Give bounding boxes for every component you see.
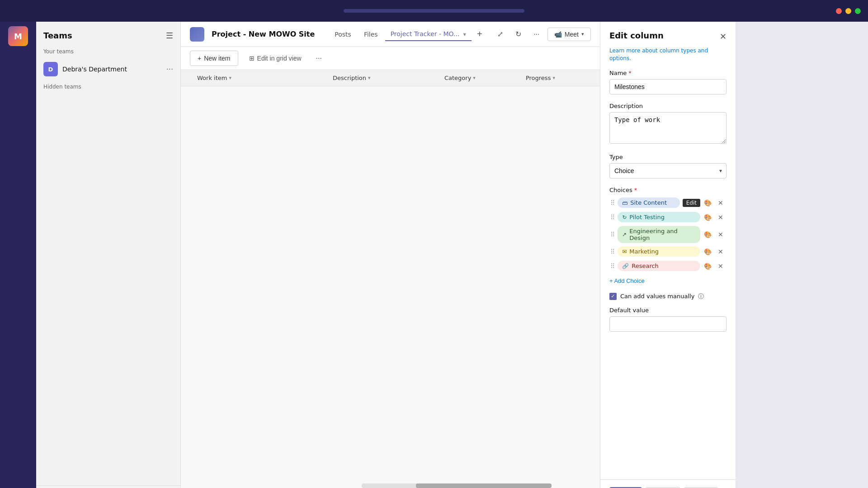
drag-handle-2[interactable]: ⠿ — [609, 229, 616, 240]
horizontal-scrollbar[interactable] — [362, 483, 464, 488]
choice-item-2: ⠿ ↗ Engineering and Design 🎨 ✕ — [609, 226, 726, 243]
table-body — [181, 86, 600, 488]
teams-title: Teams — [43, 31, 72, 40]
choice-delete-btn-4[interactable]: ✕ — [715, 260, 726, 272]
meet-label: Meet — [565, 31, 579, 38]
refresh-icon[interactable]: ↻ — [511, 27, 526, 42]
tab-files[interactable]: Files — [359, 28, 383, 41]
expand-icon[interactable]: ⤢ — [493, 27, 508, 42]
app-sidebar: M — [0, 22, 36, 488]
col-header-progress[interactable]: Progress ▾ — [519, 70, 591, 86]
choices-label-text: Choices — [609, 187, 632, 193]
default-value-input[interactable] — [609, 316, 726, 332]
more-options-icon[interactable]: ··· — [529, 27, 544, 42]
tab-project-tracker-label: Project Tracker - MO... — [391, 30, 460, 38]
drag-handle-3[interactable]: ⠿ — [609, 246, 616, 257]
choice-tag-4[interactable]: 🔗 Research — [618, 261, 700, 271]
drag-handle-0[interactable]: ⠿ — [609, 197, 616, 208]
drag-handle-4[interactable]: ⠿ — [609, 261, 616, 272]
team-more-icon[interactable]: ··· — [166, 65, 173, 74]
table-header: Work item ▾ Description ▾ Category ▾ Pro… — [181, 70, 600, 86]
hamburger-icon[interactable]: ☰ — [166, 31, 173, 40]
minimize-button[interactable] — [845, 8, 851, 14]
project-title: Project - New MOWO Site — [212, 30, 315, 38]
choice-delete-btn-3[interactable]: ✕ — [715, 246, 726, 258]
edit-column-panel: Edit column ✕ Learn more about column ty… — [600, 22, 736, 488]
toolbar-more-button[interactable]: ··· — [312, 52, 326, 65]
choice-item-3: ⠿ ✉ Marketing 🎨 ✕ — [609, 246, 726, 258]
name-label-text: Name — [609, 70, 627, 76]
description-field-group: Description Type of work — [609, 103, 726, 145]
choice-tag-0[interactable]: 🗃 Site Content — [618, 197, 679, 208]
app-logo: M — [8, 26, 28, 46]
choice-color-btn-4[interactable]: 🎨 — [702, 260, 714, 272]
col-category-label: Category — [444, 75, 471, 81]
col-work-item-sort-icon: ▾ — [229, 75, 231, 81]
grid-view-button[interactable]: ⊞ Edit in grid view — [244, 51, 307, 66]
choice-label-0: Site Content — [630, 199, 667, 206]
team-item[interactable]: D Debra's Department ··· — [36, 58, 180, 80]
window-controls — [836, 8, 861, 14]
description-field-label: Description — [609, 103, 726, 109]
choice-tag-2[interactable]: ↗ Engineering and Design — [618, 226, 700, 243]
choice-delete-btn-0[interactable]: ✕ — [715, 197, 726, 209]
choice-delete-btn-1[interactable]: ✕ — [715, 211, 726, 223]
teams-panel: Teams ☰ Your teams D Debra's Department … — [36, 22, 181, 488]
info-icon[interactable]: ⓘ — [698, 292, 704, 300]
name-field-group: Name * — [609, 70, 726, 94]
can-add-manually-label: Can add values manually — [620, 293, 694, 300]
name-input[interactable] — [609, 79, 726, 94]
main-content: Project - New MOWO Site Posts Files Proj… — [181, 22, 600, 488]
choice-item-1: ⠿ ↻ Pilot Testing 🎨 ✕ — [609, 211, 726, 223]
description-textarea[interactable]: Type of work — [609, 112, 726, 144]
top-bar: Project - New MOWO Site Posts Files Proj… — [181, 22, 600, 47]
choice-tag-3[interactable]: ✉ Marketing — [618, 246, 700, 257]
hidden-teams-label[interactable]: Hidden teams — [36, 80, 180, 94]
your-teams-label: Your teams — [36, 45, 180, 58]
edit-panel-subtitle[interactable]: Learn more about column types and option… — [600, 47, 736, 70]
add-tab-button[interactable]: + — [473, 28, 486, 41]
project-avatar — [190, 27, 204, 42]
close-button[interactable] — [836, 8, 842, 14]
edit-panel-title: Edit column — [609, 31, 664, 40]
type-select[interactable]: Choice — [609, 163, 726, 178]
col-header-work-item[interactable]: Work item ▾ — [190, 70, 326, 86]
choice-color-btn-0[interactable]: 🎨 — [702, 197, 714, 209]
tab-project-tracker[interactable]: Project Tracker - MO... ▾ — [385, 28, 472, 41]
check-mark: ✓ — [611, 293, 615, 299]
add-choice-button[interactable]: + Add Choice — [609, 275, 645, 287]
choice-actions-3: 🎨 ✕ — [702, 246, 726, 258]
col-header-description[interactable]: Description ▾ — [326, 70, 437, 86]
close-panel-button[interactable]: ✕ — [720, 32, 726, 42]
type-field-group: Type Choice ▾ — [609, 154, 726, 178]
choice-color-btn-3[interactable]: 🎨 — [702, 246, 714, 258]
col-description-label: Description — [333, 75, 366, 81]
address-bar[interactable] — [344, 9, 524, 13]
type-field-label: Type — [609, 154, 726, 160]
can-add-manually-checkbox[interactable]: ✓ — [609, 293, 617, 300]
col-progress-label: Progress — [526, 75, 551, 81]
meet-button[interactable]: 📹 Meet ▾ — [547, 28, 591, 41]
name-field-label: Name * — [609, 70, 726, 76]
maximize-button[interactable] — [855, 8, 861, 14]
choice-icon-3: ✉ — [622, 249, 627, 255]
col-header-category[interactable]: Category ▾ — [437, 70, 519, 86]
choice-delete-btn-2[interactable]: ✕ — [715, 229, 726, 240]
choice-icon-4: 🔗 — [622, 263, 629, 269]
can-add-manually-row: ✓ Can add values manually ⓘ — [609, 292, 726, 300]
scrollbar-thumb[interactable] — [416, 483, 552, 488]
top-bar-actions: ⤢ ↻ ··· 📹 Meet ▾ — [493, 27, 591, 42]
tab-posts[interactable]: Posts — [329, 28, 357, 41]
choice-tag-1[interactable]: ↻ Pilot Testing — [618, 212, 700, 222]
window-chrome — [0, 0, 868, 22]
choices-section: Choices * ⠿ 🗃 Site Content Edit 🎨 ✕ — [609, 187, 726, 272]
choice-label-2: Engineering and Design — [629, 228, 696, 241]
choice-color-btn-1[interactable]: 🎨 — [702, 211, 714, 223]
choice-item-4: ⠿ 🔗 Research 🎨 ✕ — [609, 260, 726, 272]
drag-handle-1[interactable]: ⠿ — [609, 212, 616, 223]
new-item-label: New item — [204, 55, 230, 62]
choice-label-1: Pilot Testing — [629, 214, 665, 221]
choice-color-btn-2[interactable]: 🎨 — [702, 229, 714, 240]
edit-tooltip-0: Edit — [683, 199, 700, 207]
new-item-button[interactable]: + New item — [190, 51, 238, 66]
